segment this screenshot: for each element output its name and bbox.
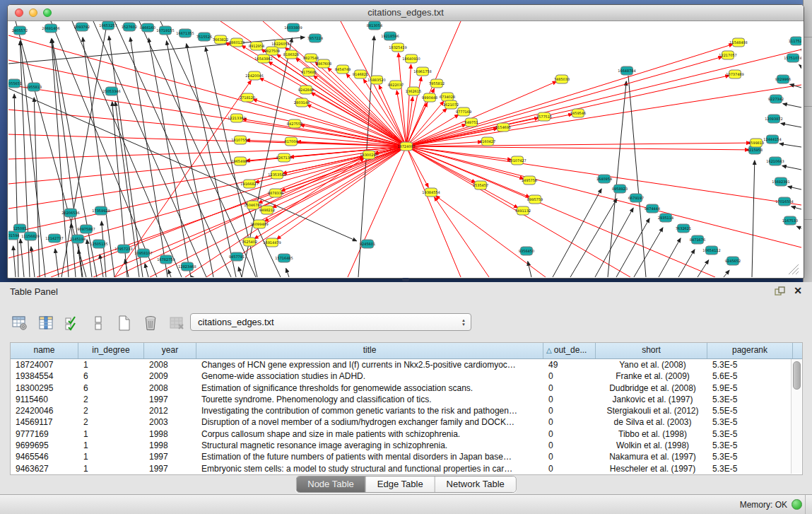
- graph-edge[interactable]: [238, 267, 242, 277]
- graph-edge[interactable]: [782, 166, 801, 170]
- window-titlebar[interactable]: citations_edges.txt: [8, 5, 804, 21]
- graph-node[interactable]: 2055651: [8, 79, 22, 88]
- graph-node[interactable]: 1160427: [480, 137, 495, 146]
- graph-edge[interactable]: [634, 228, 663, 277]
- graph-node[interactable]: 8186328: [283, 50, 299, 59]
- graph-node[interactable]: 1599813: [748, 139, 764, 147]
- graph-edge[interactable]: [130, 37, 167, 277]
- graph-edge[interactable]: [14, 94, 18, 277]
- table-row[interactable]: 911546021997Tourette syndrome. Phenomeno…: [11, 394, 802, 405]
- graph-node[interactable]: 1955813: [26, 83, 42, 91]
- graph-node[interactable]: 5491132: [515, 206, 531, 215]
- close-panel-icon[interactable]: ✕: [792, 285, 804, 296]
- graph-node[interactable]: 9777169: [456, 107, 471, 116]
- graph-node[interactable]: 15692391: [772, 177, 789, 186]
- table-mode-icon[interactable]: [10, 313, 30, 333]
- graph-node[interactable]: 11548408: [729, 38, 747, 47]
- graph-node[interactable]: 2803144: [294, 98, 310, 107]
- graph-edge[interactable]: [78, 250, 82, 277]
- graph-node[interactable]: 1535457: [473, 181, 488, 189]
- graph-edge[interactable]: [8, 146, 406, 209]
- graph-node[interactable]: 9990448: [422, 93, 437, 102]
- graph-node[interactable]: 7485033: [554, 75, 570, 83]
- graph-node[interactable]: 2867608: [316, 59, 331, 68]
- graph-node[interactable]: 16782759: [157, 255, 175, 264]
- graph-edge[interactable]: [595, 208, 633, 277]
- graph-node[interactable]: 7663822: [213, 35, 228, 44]
- graph-node[interactable]: 15883520: [367, 76, 385, 84]
- graph-node[interactable]: 2718120: [240, 93, 255, 102]
- graph-edge[interactable]: [51, 157, 364, 277]
- column-header-out_de[interactable]: △out_de...: [543, 343, 596, 358]
- canvas-resize-grip[interactable]: [796, 271, 799, 274]
- graph-node[interactable]: 18640910: [402, 54, 420, 63]
- graph-edge[interactable]: [616, 218, 649, 277]
- graph-node[interactable]: 9227342: [768, 95, 784, 103]
- graph-node[interactable]: 16961758: [413, 67, 431, 76]
- new-document-icon[interactable]: [114, 313, 134, 333]
- table-row[interactable]: 969969511998Structural magnetic resonanc…: [11, 440, 802, 451]
- graph-edge[interactable]: [20, 41, 45, 277]
- network-canvas[interactable]: 2405572206914062093792106532571527602846…: [8, 21, 801, 277]
- graph-edge[interactable]: [528, 262, 531, 277]
- graph-node[interactable]: 19166827: [240, 180, 258, 188]
- table-row[interactable]: 1456911722003Disruption of a novel membe…: [11, 416, 802, 428]
- graph-edge[interactable]: [191, 276, 192, 277]
- table-row[interactable]: 2242004622012Investigating the contribut…: [11, 405, 802, 416]
- graph-node[interactable]: 8860123: [229, 38, 245, 47]
- graph-edge[interactable]: [792, 206, 801, 209]
- column-header-title[interactable]: title: [196, 343, 543, 358]
- graph-node[interactable]: 20691406: [42, 24, 59, 33]
- graph-node[interactable]: 125081: [13, 224, 26, 233]
- column-header-name[interactable]: name: [11, 343, 78, 358]
- graph-node[interactable]: 1640954: [596, 175, 612, 183]
- graph-node[interactable]: 7955812: [429, 79, 445, 88]
- graph-node[interactable]: 8427552: [287, 119, 302, 128]
- graph-node[interactable]: 649751: [464, 118, 478, 127]
- graph-edge[interactable]: [406, 81, 557, 146]
- graph-node[interactable]: 12142737: [45, 234, 63, 243]
- canvas-resize-grip[interactable]: [792, 268, 799, 274]
- graph-edge[interactable]: [272, 146, 406, 208]
- graph-node[interactable]: 12217057: [719, 51, 736, 59]
- graph-node[interactable]: 15716485: [275, 254, 293, 262]
- rows-icon[interactable]: [88, 313, 108, 333]
- graph-node[interactable]: 11156829: [21, 232, 39, 240]
- graph-edge[interactable]: [752, 160, 755, 277]
- graph-edge[interactable]: [145, 264, 148, 277]
- vertical-scrollbar[interactable]: [791, 359, 801, 474]
- graph-edge[interactable]: [286, 269, 289, 277]
- graph-node[interactable]: 10737489: [726, 70, 743, 78]
- graph-edge[interactable]: [659, 238, 681, 277]
- graph-node[interactable]: 9457791: [229, 252, 245, 261]
- graph-node[interactable]: 1527602: [122, 23, 137, 31]
- graph-node[interactable]: 12505135: [90, 240, 107, 248]
- graph-node[interactable]: 16543862: [254, 54, 272, 63]
- graph-node[interactable]: 18107554: [231, 136, 249, 144]
- graph-node[interactable]: 6679197: [628, 194, 644, 202]
- graph-edge[interactable]: [167, 41, 213, 277]
- citation-network-graph[interactable]: 2405572206914062093792106532571527602846…: [8, 21, 801, 277]
- graph-edge[interactable]: [796, 226, 801, 228]
- table-selector-combobox[interactable]: citations_edges.txt ▲▼: [190, 313, 471, 331]
- graph-edge[interactable]: [348, 146, 406, 277]
- graph-edge[interactable]: [678, 250, 695, 277]
- graph-node[interactable]: 6734028: [440, 93, 455, 101]
- graph-edge[interactable]: [788, 187, 801, 189]
- graph-node[interactable]: 7857224: [307, 34, 323, 42]
- graph-node[interactable]: 18325419: [389, 43, 406, 52]
- graph-edge[interactable]: [399, 53, 406, 146]
- graph-edge[interactable]: [779, 144, 801, 147]
- graph-node[interactable]: 8466160: [140, 23, 155, 32]
- graph-node[interactable]: 7625402: [242, 238, 257, 246]
- graph-node[interactable]: 1362615: [406, 87, 421, 95]
- graph-node[interactable]: 9154695: [495, 123, 511, 132]
- graph-node[interactable]: 10958107: [134, 249, 152, 257]
- graph-edge[interactable]: [187, 44, 236, 277]
- column-header-pagerank[interactable]: pagerank: [707, 343, 793, 358]
- graph-node[interactable]: 8878334: [268, 189, 283, 197]
- graph-node[interactable]: 19218596: [381, 32, 399, 40]
- table-row[interactable]: 1872400712008Changes of HCN gene express…: [11, 359, 802, 370]
- graph-node[interactable]: 1621072: [443, 100, 459, 109]
- graph-node[interactable]: 10653257: [99, 21, 117, 30]
